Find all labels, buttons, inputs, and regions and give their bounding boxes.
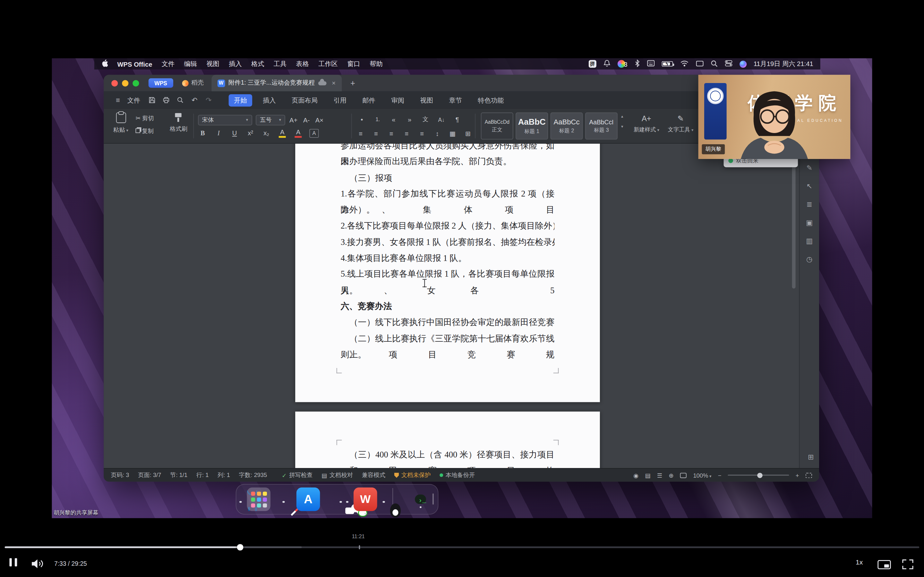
sort-button[interactable]: A↓ — [437, 115, 446, 124]
print-icon[interactable] — [160, 97, 172, 103]
siri-icon[interactable] — [740, 60, 746, 67]
line-spacing-button[interactable]: ↕ — [433, 129, 442, 138]
menu-view[interactable]: 视图 — [206, 60, 219, 69]
text-tool-button[interactable]: ✎ 文字工具▾ — [666, 113, 696, 133]
menu-edit[interactable]: 编辑 — [184, 60, 197, 69]
zoom-out-button[interactable]: − — [718, 472, 722, 478]
zoom-window-button[interactable] — [132, 80, 139, 86]
history-icon[interactable]: ◷ — [806, 255, 813, 263]
close-window-button[interactable] — [111, 80, 118, 86]
cjk-layout-button[interactable]: 文 — [421, 115, 430, 124]
keyboard-grid-icon[interactable] — [647, 60, 654, 68]
pause-button[interactable] — [9, 558, 17, 566]
menu-format[interactable]: 格式 — [251, 60, 264, 69]
document-canvas[interactable]: 参加运动会各项目比赛人员须购买人身意外伤害保险，如因 未办理保险而出现后果由各学… — [103, 143, 819, 468]
menubar-app-name[interactable]: WPS Office — [118, 60, 152, 67]
apps-grid-icon[interactable]: ⊞ — [808, 453, 814, 461]
align-left-button[interactable]: ≡ — [356, 129, 365, 138]
align-center-button[interactable]: ≡ — [371, 129, 381, 138]
shrink-font-button[interactable]: A- — [302, 115, 311, 125]
numbered-list-button[interactable]: 1. — [373, 115, 383, 124]
preview-eye-icon[interactable]: ◉ — [633, 472, 638, 478]
wps-home-button[interactable]: WPS — [149, 78, 173, 87]
bullet-list-button[interactable]: • — [357, 115, 367, 124]
format-painter-button[interactable]: 格式刷 — [166, 113, 191, 133]
tab-document-active[interactable]: W 附件1: 三亚学...运动会竞赛规程 × — [212, 75, 342, 91]
paste-button[interactable]: 粘贴▾ — [110, 113, 132, 134]
clear-format-button[interactable]: A× — [315, 115, 324, 125]
paragraph-mark-button[interactable]: ¶ — [453, 115, 462, 124]
minimize-window-button[interactable] — [122, 80, 128, 86]
menu-window[interactable]: 窗口 — [347, 60, 360, 69]
chapter-marker-tick[interactable] — [359, 545, 360, 550]
print-preview-icon[interactable] — [174, 97, 186, 103]
superscript-button[interactable]: x² — [246, 128, 255, 137]
cut-button[interactable]: ✂ 剪切 — [136, 114, 153, 122]
outline-view-icon[interactable]: ☰ — [657, 472, 662, 478]
style-gallery-up-icon[interactable]: ▴ — [621, 114, 623, 119]
shading-button[interactable]: ▦ — [448, 129, 457, 138]
borders-button[interactable]: ⊞ — [463, 129, 473, 138]
highlight-color-button[interactable]: A — [278, 128, 287, 137]
picture-in-picture-button[interactable] — [877, 560, 891, 572]
menu-table[interactable]: 表格 — [296, 60, 309, 69]
style-normal[interactable]: AaBbCcDd 正文 — [481, 113, 513, 139]
vertical-scrollbar[interactable] — [792, 148, 796, 288]
compatibility-mode-label[interactable]: 兼容模式 — [362, 471, 385, 479]
new-tab-button[interactable]: + — [351, 78, 355, 87]
select-tool-icon[interactable]: ↖ — [806, 182, 813, 190]
ribbon-tab-section[interactable]: 章节 — [444, 94, 467, 106]
web-view-icon[interactable]: ⊕ — [669, 472, 674, 478]
ribbon-tab-home[interactable]: 开始 — [229, 94, 252, 106]
underline-button[interactable]: U — [230, 128, 239, 137]
launchpad-dock-icon[interactable] — [247, 488, 270, 511]
undo-icon[interactable]: ↶ — [189, 96, 200, 104]
playback-speed-button[interactable]: 1x — [856, 559, 863, 566]
notification-bell-icon[interactable] — [604, 60, 611, 69]
ribbon-tab-special-features[interactable]: 特色功能 — [473, 94, 509, 106]
image-pane-icon[interactable]: ▣ — [806, 218, 813, 227]
zoom-level-select[interactable]: 100%▾ — [693, 472, 711, 478]
wps-dock-icon[interactable]: W — [354, 488, 377, 511]
fullscreen-button[interactable] — [902, 559, 913, 572]
ribbon-tab-mailings[interactable]: 邮件 — [357, 94, 381, 106]
style-gallery-down-icon[interactable]: ▾ — [621, 124, 623, 129]
menu-help[interactable]: 帮助 — [370, 60, 383, 69]
spell-check-button[interactable]: ✓拼写检查 — [282, 471, 312, 479]
copy-button[interactable]: 复制 — [136, 127, 153, 135]
character-border-button[interactable]: A — [309, 129, 318, 137]
increase-indent-button[interactable]: » — [405, 115, 414, 124]
menu-insert[interactable]: 插入 — [229, 60, 242, 69]
fullscreen-view-icon[interactable] — [806, 472, 812, 478]
tab-docer[interactable]: 稻壳 — [182, 79, 204, 87]
align-right-button[interactable]: ≡ — [387, 129, 396, 138]
file-menu-button[interactable]: 文件 — [128, 95, 140, 105]
zoom-slider-thumb[interactable] — [757, 472, 762, 478]
decrease-indent-button[interactable]: « — [389, 115, 398, 124]
volume-button[interactable] — [31, 559, 45, 571]
menubar-clock[interactable]: 11月19日 周六 21:41 — [754, 60, 813, 69]
ribbon-tab-review[interactable]: 审阅 — [386, 94, 409, 106]
document-proofing-button[interactable]: ▤文档校对 — [321, 471, 353, 479]
ribbon-tab-references[interactable]: 引用 — [328, 94, 352, 106]
menu-file[interactable]: 文件 — [162, 60, 174, 69]
terminal-dock-icon[interactable]: ›_ — [415, 495, 426, 504]
style-heading-3[interactable]: AaBbCcI 标题 3 — [585, 113, 618, 139]
style-heading-2[interactable]: AaBbCc 标题 2 — [551, 113, 583, 139]
font-size-select[interactable]: 五号▾ — [256, 115, 285, 125]
battery-icon[interactable]: ϟ — [662, 61, 673, 67]
wifi-icon[interactable] — [680, 60, 689, 68]
save-icon[interactable] — [146, 97, 158, 103]
close-tab-icon[interactable]: × — [332, 79, 336, 87]
font-color-button[interactable]: A — [294, 128, 303, 137]
zoom-in-button[interactable]: + — [796, 472, 799, 478]
bold-button[interactable]: B — [198, 128, 207, 137]
zoom-slider[interactable] — [728, 474, 789, 476]
local-backup-button[interactable]: 本地备份开 — [439, 471, 475, 479]
subscript-button[interactable]: x₂ — [262, 128, 271, 137]
frame-pane-icon[interactable]: ▥ — [806, 237, 813, 245]
style-heading-1[interactable]: AaBbC 标题 1 — [515, 113, 548, 139]
italic-button[interactable]: I — [214, 128, 223, 137]
control-center-icon[interactable] — [725, 60, 732, 68]
ribbon-tab-insert[interactable]: 插入 — [258, 94, 281, 106]
